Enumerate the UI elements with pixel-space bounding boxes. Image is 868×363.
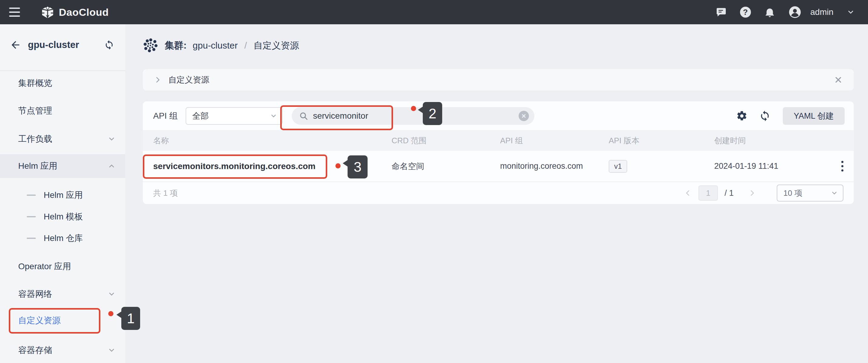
chevron-down-icon [831, 189, 838, 197]
main-panel: API 组 全部 YAML 创建 名称 CRD 范围 API 组 API 版本 [143, 101, 854, 204]
search-box [292, 107, 534, 125]
sidebar-item-label: 容器网络 [18, 288, 52, 300]
chevron-right-icon[interactable] [154, 76, 162, 84]
sidebar-item-label: 容器存储 [18, 344, 52, 356]
brand: DaoCloud [41, 5, 109, 19]
crd-name-link[interactable]: servicemonitors.monitoring.coreos.com [153, 162, 315, 171]
sidebar-divider [0, 71, 125, 71]
sidebar-item-helm-templates[interactable]: Helm 模板 [0, 207, 125, 226]
search-icon [299, 111, 308, 120]
table-footer: 共 1 项 1 / 1 10 项 [143, 182, 854, 204]
filter-toolbar: API 组 全部 YAML 创建 [143, 101, 854, 130]
topbar: DaoCloud ? admin [0, 0, 868, 24]
api-group-label: API 组 [153, 110, 178, 122]
daocloud-logo-icon [41, 5, 55, 19]
dash-icon [27, 195, 36, 196]
sidebar-item-container-storage[interactable]: 容器存储 [0, 340, 125, 360]
crd-scope-value: 命名空间 [392, 161, 500, 172]
sidebar-item-label: Helm 模板 [44, 211, 83, 222]
prev-page-icon[interactable] [684, 189, 692, 197]
sidebar-item-helm-apps-parent[interactable]: Helm 应用 [0, 154, 125, 178]
column-header-crd-scope: CRD 范围 [392, 135, 500, 146]
sidebar-header: gpu-cluster [0, 35, 125, 55]
api-group-value: monitoring.coreos.com [500, 162, 609, 171]
sidebar-item-custom-resources[interactable]: 自定义资源 [0, 311, 125, 330]
message-icon[interactable] [716, 7, 727, 18]
sidebar-item-workloads[interactable]: 工作负载 [0, 129, 125, 149]
chevron-down-icon[interactable] [847, 8, 855, 16]
custom-resource-collapse-panel: 自定义资源 [143, 69, 854, 90]
user-avatar-icon[interactable] [788, 6, 801, 19]
back-arrow-icon[interactable] [10, 39, 21, 51]
username-label[interactable]: admin [810, 7, 833, 17]
chevron-down-icon [270, 112, 277, 119]
column-header-api-group: API 组 [500, 135, 609, 146]
api-version-badge: v1 [609, 160, 627, 173]
pagination: 1 / 1 10 项 [684, 185, 843, 201]
breadcrumb: 集群: gpu-cluster / 自定义资源 [143, 35, 299, 56]
notification-bell-icon[interactable] [764, 7, 775, 18]
sidebar-item-label: 工作负载 [18, 133, 52, 145]
breadcrumb-separator: / [244, 40, 247, 51]
app-root: DaoCloud ? admin gpu-cluster [0, 0, 868, 363]
topbar-right: ? admin [716, 6, 868, 19]
help-icon[interactable]: ? [740, 7, 751, 18]
sidebar-item-cluster-overview[interactable]: 集群概览 [0, 74, 125, 93]
yaml-create-button[interactable]: YAML 创建 [783, 107, 845, 125]
page-size-select[interactable]: 10 项 [777, 185, 843, 201]
total-count-label: 共 1 项 [153, 188, 178, 198]
sidebar-item-label: Operator 应用 [18, 261, 71, 272]
table-header-row: 名称 CRD 范围 API 组 API 版本 创建时间 [143, 130, 854, 151]
column-header-name: 名称 [143, 135, 392, 146]
search-input[interactable] [313, 111, 483, 121]
chevron-down-icon [108, 290, 116, 298]
api-group-selected-value: 全部 [192, 110, 209, 121]
sidebar-item-label: 节点管理 [18, 105, 52, 116]
sidebar-item-helm-apps[interactable]: Helm 应用 [0, 186, 125, 205]
sidebar-item-helm-repos[interactable]: Helm 仓库 [0, 228, 125, 248]
sidebar-item-label: Helm 应用 [44, 189, 83, 201]
column-header-api-version: API 版本 [609, 135, 714, 146]
chevron-up-icon [108, 162, 116, 170]
next-page-icon[interactable] [748, 189, 756, 197]
page-size-value: 10 项 [783, 188, 802, 198]
sidebar: gpu-cluster 集群概览 节点管理 工作负载 Helm 应用 Helm … [0, 24, 125, 363]
collapse-panel-title: 自定义资源 [168, 74, 209, 85]
brand-name: DaoCloud [59, 6, 109, 18]
gear-icon[interactable] [736, 110, 748, 122]
dash-icon [27, 238, 36, 239]
chevron-down-icon [108, 346, 116, 354]
cluster-dots-icon [143, 38, 159, 53]
created-at-value: 2024-01-19 11:41 [714, 162, 831, 171]
switch-cluster-icon[interactable] [104, 40, 114, 50]
table-row[interactable]: servicemonitors.monitoring.coreos.com 命名… [143, 151, 854, 182]
current-page-input[interactable]: 1 [699, 186, 718, 201]
sidebar-item-label: Helm 应用 [18, 160, 57, 172]
sidebar-item-operator-apps[interactable]: Operator 应用 [0, 257, 125, 276]
breadcrumb-cluster-label: 集群: [165, 39, 187, 52]
chevron-down-icon [108, 135, 116, 143]
dash-icon [27, 216, 36, 217]
clear-search-icon[interactable] [519, 111, 529, 121]
sidebar-item-label: 自定义资源 [18, 315, 61, 326]
hamburger-menu-icon[interactable] [9, 7, 21, 17]
refresh-icon[interactable] [759, 110, 771, 122]
breadcrumb-current: 自定义资源 [253, 39, 299, 52]
page-total-label: / 1 [724, 189, 734, 198]
sidebar-item-label: Helm 仓库 [44, 232, 83, 244]
sidebar-item-container-network[interactable]: 容器网络 [0, 284, 125, 304]
breadcrumb-cluster-name[interactable]: gpu-cluster [193, 40, 238, 51]
sidebar-item-label: 集群概览 [18, 77, 52, 89]
api-group-select[interactable]: 全部 [186, 107, 283, 125]
row-actions-kebab-icon[interactable] [839, 159, 846, 174]
sidebar-cluster-title: gpu-cluster [28, 39, 79, 50]
close-icon[interactable] [834, 75, 843, 84]
sidebar-item-node-management[interactable]: 节点管理 [0, 101, 125, 120]
column-header-created-at: 创建时间 [714, 135, 831, 146]
